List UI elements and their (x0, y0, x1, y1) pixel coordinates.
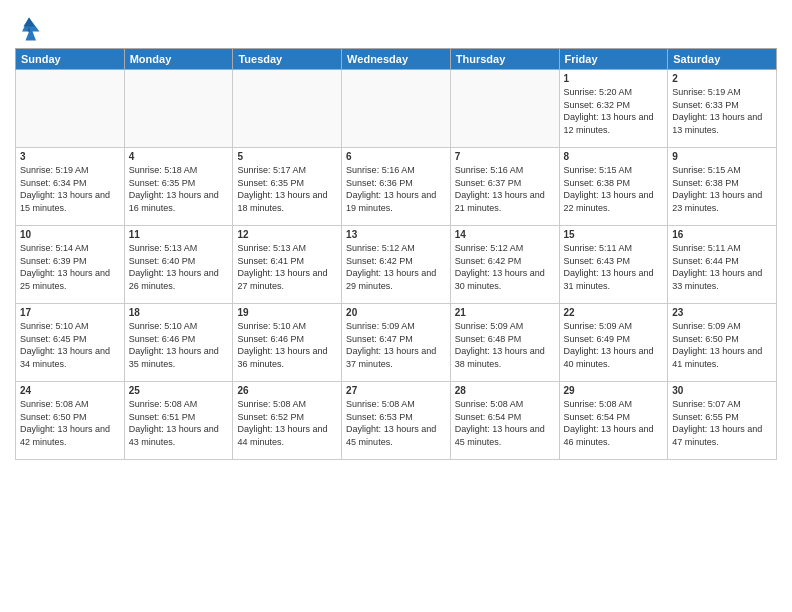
calendar-cell: 16Sunrise: 5:11 AM Sunset: 6:44 PM Dayli… (668, 226, 777, 304)
weekday-header-friday: Friday (559, 49, 668, 70)
day-info: Sunrise: 5:12 AM Sunset: 6:42 PM Dayligh… (455, 242, 555, 292)
calendar-cell (450, 70, 559, 148)
day-info: Sunrise: 5:09 AM Sunset: 6:50 PM Dayligh… (672, 320, 772, 370)
day-number: 19 (237, 307, 337, 318)
day-info: Sunrise: 5:07 AM Sunset: 6:55 PM Dayligh… (672, 398, 772, 448)
calendar-cell: 9Sunrise: 5:15 AM Sunset: 6:38 PM Daylig… (668, 148, 777, 226)
weekday-header-wednesday: Wednesday (342, 49, 451, 70)
calendar-cell: 26Sunrise: 5:08 AM Sunset: 6:52 PM Dayli… (233, 382, 342, 460)
day-number: 28 (455, 385, 555, 396)
day-info: Sunrise: 5:19 AM Sunset: 6:33 PM Dayligh… (672, 86, 772, 136)
day-number: 21 (455, 307, 555, 318)
day-info: Sunrise: 5:09 AM Sunset: 6:47 PM Dayligh… (346, 320, 446, 370)
calendar-cell: 1Sunrise: 5:20 AM Sunset: 6:32 PM Daylig… (559, 70, 668, 148)
calendar-cell: 28Sunrise: 5:08 AM Sunset: 6:54 PM Dayli… (450, 382, 559, 460)
week-row-4: 24Sunrise: 5:08 AM Sunset: 6:50 PM Dayli… (16, 382, 777, 460)
day-number: 15 (564, 229, 664, 240)
day-number: 11 (129, 229, 229, 240)
day-info: Sunrise: 5:10 AM Sunset: 6:45 PM Dayligh… (20, 320, 120, 370)
calendar-cell: 23Sunrise: 5:09 AM Sunset: 6:50 PM Dayli… (668, 304, 777, 382)
day-number: 7 (455, 151, 555, 162)
day-info: Sunrise: 5:18 AM Sunset: 6:35 PM Dayligh… (129, 164, 229, 214)
day-number: 13 (346, 229, 446, 240)
calendar-cell: 27Sunrise: 5:08 AM Sunset: 6:53 PM Dayli… (342, 382, 451, 460)
calendar-cell: 30Sunrise: 5:07 AM Sunset: 6:55 PM Dayli… (668, 382, 777, 460)
day-info: Sunrise: 5:17 AM Sunset: 6:35 PM Dayligh… (237, 164, 337, 214)
day-number: 9 (672, 151, 772, 162)
calendar-cell: 6Sunrise: 5:16 AM Sunset: 6:36 PM Daylig… (342, 148, 451, 226)
day-number: 25 (129, 385, 229, 396)
day-info: Sunrise: 5:11 AM Sunset: 6:44 PM Dayligh… (672, 242, 772, 292)
day-number: 5 (237, 151, 337, 162)
day-number: 1 (564, 73, 664, 84)
weekday-header-monday: Monday (124, 49, 233, 70)
calendar-cell: 11Sunrise: 5:13 AM Sunset: 6:40 PM Dayli… (124, 226, 233, 304)
header (15, 10, 777, 42)
day-info: Sunrise: 5:15 AM Sunset: 6:38 PM Dayligh… (564, 164, 664, 214)
day-info: Sunrise: 5:08 AM Sunset: 6:54 PM Dayligh… (455, 398, 555, 448)
day-number: 14 (455, 229, 555, 240)
calendar-cell: 12Sunrise: 5:13 AM Sunset: 6:41 PM Dayli… (233, 226, 342, 304)
day-info: Sunrise: 5:08 AM Sunset: 6:50 PM Dayligh… (20, 398, 120, 448)
calendar-cell: 24Sunrise: 5:08 AM Sunset: 6:50 PM Dayli… (16, 382, 125, 460)
weekday-header-saturday: Saturday (668, 49, 777, 70)
calendar-cell: 29Sunrise: 5:08 AM Sunset: 6:54 PM Dayli… (559, 382, 668, 460)
day-number: 10 (20, 229, 120, 240)
day-number: 24 (20, 385, 120, 396)
calendar-cell: 17Sunrise: 5:10 AM Sunset: 6:45 PM Dayli… (16, 304, 125, 382)
calendar-cell: 15Sunrise: 5:11 AM Sunset: 6:43 PM Dayli… (559, 226, 668, 304)
week-row-0: 1Sunrise: 5:20 AM Sunset: 6:32 PM Daylig… (16, 70, 777, 148)
day-info: Sunrise: 5:12 AM Sunset: 6:42 PM Dayligh… (346, 242, 446, 292)
day-info: Sunrise: 5:08 AM Sunset: 6:54 PM Dayligh… (564, 398, 664, 448)
calendar-cell: 4Sunrise: 5:18 AM Sunset: 6:35 PM Daylig… (124, 148, 233, 226)
calendar-cell: 20Sunrise: 5:09 AM Sunset: 6:47 PM Dayli… (342, 304, 451, 382)
weekday-header-row: SundayMondayTuesdayWednesdayThursdayFrid… (16, 49, 777, 70)
calendar-cell: 5Sunrise: 5:17 AM Sunset: 6:35 PM Daylig… (233, 148, 342, 226)
logo (15, 14, 47, 42)
day-info: Sunrise: 5:09 AM Sunset: 6:48 PM Dayligh… (455, 320, 555, 370)
calendar-cell (233, 70, 342, 148)
calendar-cell: 25Sunrise: 5:08 AM Sunset: 6:51 PM Dayli… (124, 382, 233, 460)
week-row-2: 10Sunrise: 5:14 AM Sunset: 6:39 PM Dayli… (16, 226, 777, 304)
day-number: 27 (346, 385, 446, 396)
day-info: Sunrise: 5:10 AM Sunset: 6:46 PM Dayligh… (237, 320, 337, 370)
day-number: 2 (672, 73, 772, 84)
day-info: Sunrise: 5:14 AM Sunset: 6:39 PM Dayligh… (20, 242, 120, 292)
day-info: Sunrise: 5:13 AM Sunset: 6:40 PM Dayligh… (129, 242, 229, 292)
calendar-cell: 7Sunrise: 5:16 AM Sunset: 6:37 PM Daylig… (450, 148, 559, 226)
day-number: 26 (237, 385, 337, 396)
day-number: 16 (672, 229, 772, 240)
day-info: Sunrise: 5:20 AM Sunset: 6:32 PM Dayligh… (564, 86, 664, 136)
week-row-3: 17Sunrise: 5:10 AM Sunset: 6:45 PM Dayli… (16, 304, 777, 382)
day-info: Sunrise: 5:08 AM Sunset: 6:53 PM Dayligh… (346, 398, 446, 448)
calendar-cell (16, 70, 125, 148)
day-info: Sunrise: 5:13 AM Sunset: 6:41 PM Dayligh… (237, 242, 337, 292)
calendar-cell: 21Sunrise: 5:09 AM Sunset: 6:48 PM Dayli… (450, 304, 559, 382)
calendar-cell: 13Sunrise: 5:12 AM Sunset: 6:42 PM Dayli… (342, 226, 451, 304)
weekday-header-sunday: Sunday (16, 49, 125, 70)
calendar-cell: 19Sunrise: 5:10 AM Sunset: 6:46 PM Dayli… (233, 304, 342, 382)
day-number: 17 (20, 307, 120, 318)
day-number: 23 (672, 307, 772, 318)
day-number: 3 (20, 151, 120, 162)
weekday-header-tuesday: Tuesday (233, 49, 342, 70)
calendar-cell: 10Sunrise: 5:14 AM Sunset: 6:39 PM Dayli… (16, 226, 125, 304)
calendar-cell: 18Sunrise: 5:10 AM Sunset: 6:46 PM Dayli… (124, 304, 233, 382)
day-info: Sunrise: 5:19 AM Sunset: 6:34 PM Dayligh… (20, 164, 120, 214)
weekday-header-thursday: Thursday (450, 49, 559, 70)
day-number: 30 (672, 385, 772, 396)
day-number: 6 (346, 151, 446, 162)
page: SundayMondayTuesdayWednesdayThursdayFrid… (0, 0, 792, 612)
day-info: Sunrise: 5:08 AM Sunset: 6:51 PM Dayligh… (129, 398, 229, 448)
logo-icon (15, 14, 43, 42)
calendar-cell (124, 70, 233, 148)
week-row-1: 3Sunrise: 5:19 AM Sunset: 6:34 PM Daylig… (16, 148, 777, 226)
calendar-cell (342, 70, 451, 148)
day-info: Sunrise: 5:08 AM Sunset: 6:52 PM Dayligh… (237, 398, 337, 448)
day-number: 20 (346, 307, 446, 318)
day-number: 18 (129, 307, 229, 318)
day-info: Sunrise: 5:10 AM Sunset: 6:46 PM Dayligh… (129, 320, 229, 370)
day-info: Sunrise: 5:15 AM Sunset: 6:38 PM Dayligh… (672, 164, 772, 214)
day-number: 22 (564, 307, 664, 318)
calendar-cell: 22Sunrise: 5:09 AM Sunset: 6:49 PM Dayli… (559, 304, 668, 382)
